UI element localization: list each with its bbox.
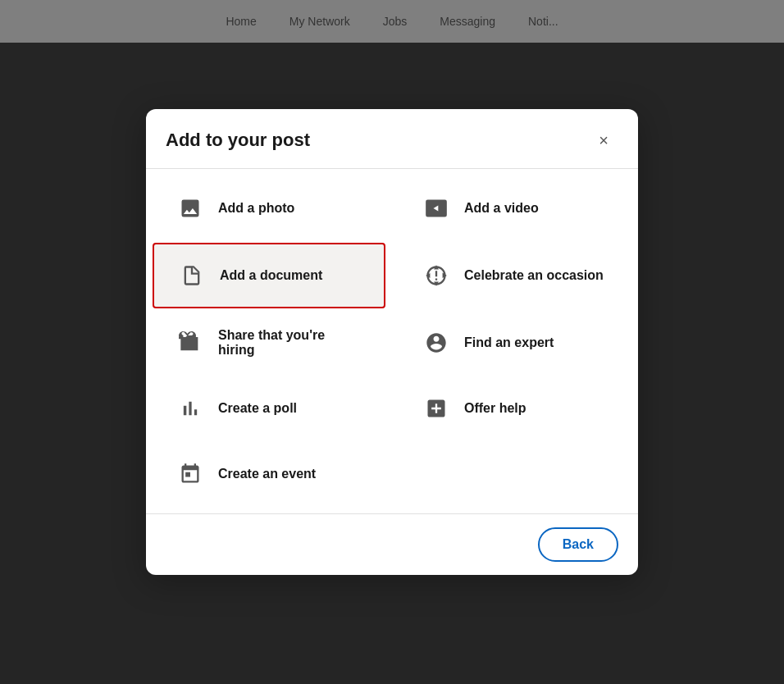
poll-icon	[175, 394, 205, 423]
option-add-photo-label: Add a photo	[218, 201, 294, 216]
option-add-photo[interactable]: Add a photo	[153, 177, 385, 239]
expert-icon	[422, 328, 451, 358]
option-celebrate[interactable]: Celebrate an occasion	[399, 243, 631, 308]
option-find-expert-label: Find an expert	[464, 335, 554, 350]
modal-footer: Back	[146, 513, 638, 575]
option-add-video-label: Add a video	[464, 201, 539, 216]
event-icon	[175, 459, 205, 489]
options-grid: Add a photo Add a video Add a docu	[146, 169, 638, 513]
video-icon	[422, 194, 451, 223]
modal-title: Add to your post	[166, 130, 310, 151]
celebrate-icon	[422, 261, 451, 290]
close-button[interactable]: ×	[589, 125, 618, 155]
option-offer-help[interactable]: Offer help	[399, 377, 631, 440]
modal-overlay: Add to your post × Add a photo	[0, 0, 784, 684]
option-add-video[interactable]: Add a video	[399, 177, 631, 239]
option-share-hiring-label: Share that you're hiring	[218, 328, 362, 358]
option-offer-help-label: Offer help	[464, 401, 526, 416]
hiring-icon	[175, 328, 205, 358]
option-find-expert[interactable]: Find an expert	[399, 312, 631, 374]
option-create-event-label: Create an event	[218, 467, 316, 481]
photo-icon	[175, 194, 205, 223]
back-button[interactable]: Back	[538, 527, 618, 562]
option-celebrate-label: Celebrate an occasion	[464, 268, 604, 283]
option-share-hiring[interactable]: Share that you're hiring	[153, 312, 385, 374]
option-add-document[interactable]: Add a document	[153, 243, 385, 308]
add-to-post-modal: Add to your post × Add a photo	[146, 109, 638, 575]
document-icon	[177, 261, 207, 290]
option-create-poll[interactable]: Create a poll	[153, 377, 385, 440]
help-icon	[422, 394, 451, 423]
option-add-document-label: Add a document	[220, 268, 322, 283]
option-create-event[interactable]: Create an event	[153, 443, 385, 505]
option-create-poll-label: Create a poll	[218, 401, 297, 416]
modal-header: Add to your post ×	[146, 109, 638, 169]
